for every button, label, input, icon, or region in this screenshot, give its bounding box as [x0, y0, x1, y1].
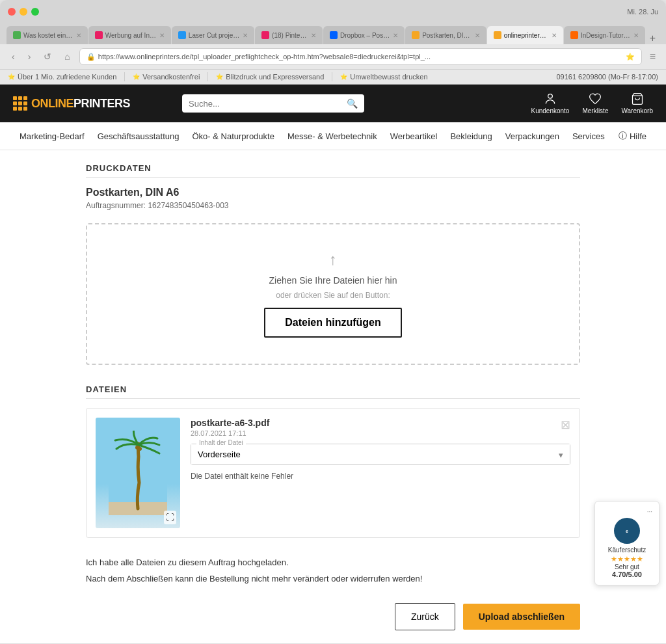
- file-content-select[interactable]: Vorderseite Rückseite: [191, 444, 570, 464]
- search-bar: 🔍: [182, 94, 364, 113]
- trust-badge-score: 4.70/5.00: [602, 570, 652, 578]
- palm-tree-image: [109, 431, 167, 515]
- tab-6[interactable]: Postkarten, DIN ... ✕: [405, 26, 486, 44]
- upload-or-text: oder drücken Sie auf den Button:: [100, 291, 566, 300]
- phone-display: 09161 6209800 (Mo-Fr 8-17:00): [556, 73, 658, 81]
- tab-close-1[interactable]: ✕: [76, 32, 81, 39]
- logo[interactable]: ONLINEPRINTERS: [13, 96, 130, 111]
- main-nav: Marketing-Bedarf Geschäftsausstattung Ök…: [0, 122, 666, 150]
- url-display: https://www.onlineprinters.de/tpl_upload…: [98, 53, 623, 60]
- upload-dropzone[interactable]: ↑ Ziehen Sie Ihre Dateien hier hin oder …: [86, 223, 580, 365]
- minimize-button[interactable]: [20, 8, 27, 16]
- tab-8[interactable]: InDesign-Tutoria... ✕: [564, 26, 645, 44]
- tab-close-7[interactable]: ✕: [552, 32, 557, 39]
- tab-close-3[interactable]: ✕: [243, 32, 248, 39]
- nav-item-geschaeft[interactable]: Geschäftsausstattung: [91, 124, 186, 149]
- action-buttons: Zurück Upload abschließen: [86, 603, 580, 630]
- maximize-button[interactable]: [31, 8, 39, 16]
- tab-close-8[interactable]: ✕: [633, 32, 639, 39]
- order-number: Auftragsnummer: 162748350450463-003: [86, 201, 580, 210]
- file-thumbnail: ⛶: [96, 418, 180, 528]
- browser-titlebar: Mi. 28. Ju: [0, 0, 666, 23]
- nav-item-werbe[interactable]: Werbeartikel: [384, 124, 444, 149]
- warning-text: Nach dem Abschließen kann die Bestellung…: [86, 574, 580, 584]
- tab-3[interactable]: Laser Cut project... ✕: [172, 26, 254, 44]
- back-button[interactable]: Zurück: [395, 603, 455, 630]
- svg-point-0: [548, 94, 553, 99]
- tab-bar: Was kostet eine ... ✕ Werbung auf Inst..…: [0, 23, 666, 44]
- tab-4[interactable]: (18) Pinterest ✕: [255, 26, 323, 44]
- druckdaten-section: DRUCKDATEN Postkarten, DIN A6 Auftragsnu…: [86, 163, 580, 210]
- help-circle-icon: ⓘ: [619, 130, 627, 142]
- logo-text: ONLINEPRINTERS: [31, 97, 130, 111]
- search-icon[interactable]: 🔍: [347, 98, 358, 109]
- trusted-shops-logo: e: [614, 518, 640, 544]
- tab-2[interactable]: Werbung auf Inst... ✕: [88, 26, 171, 44]
- traffic-lights: [8, 8, 39, 16]
- tab-5[interactable]: Dropbox – Postk... ✕: [323, 26, 405, 44]
- nav-item-services[interactable]: Services: [566, 124, 611, 149]
- logo-grid-icon: [13, 96, 27, 111]
- file-delete-button[interactable]: ⊠: [561, 418, 570, 432]
- files-section: DATEIEN: [86, 384, 580, 538]
- thumbnail-expand-icon[interactable]: ⛶: [164, 511, 176, 524]
- svg-point-5: [138, 447, 142, 451]
- nav-item-bekleidung[interactable]: Bekleidung: [444, 124, 498, 149]
- account-button[interactable]: Kundenkonto: [531, 92, 569, 114]
- tab-close-2[interactable]: ✕: [159, 32, 165, 39]
- tab-close-5[interactable]: ✕: [393, 32, 398, 39]
- trust-badge-menu[interactable]: ···: [602, 508, 652, 515]
- bookmark-bar: Über 1 Mio. zufriedene Kunden Versandkos…: [0, 70, 666, 85]
- tab-close-6[interactable]: ✕: [475, 32, 480, 39]
- nav-items: Marketing-Bedarf Geschäftsausstattung Ök…: [13, 124, 612, 149]
- nav-item-verpackungen[interactable]: Verpackungen: [499, 124, 566, 149]
- bookmark-4[interactable]: Umweltbewusst drucken: [340, 73, 427, 81]
- trust-badge-title: Käuferschutz: [602, 546, 652, 554]
- file-name: postkarte-a6-3.pdf: [191, 418, 269, 428]
- new-tab-button[interactable]: +: [646, 33, 659, 44]
- file-content-selector: Inhalt der Datei Vorderseite Rückseite ▾: [191, 444, 570, 465]
- trust-badge-stars: ★★★★★: [602, 555, 652, 563]
- trust-badge[interactable]: ··· e Käuferschutz ★★★★★ Sehr gut 4.70/5…: [594, 501, 659, 585]
- bookmark-3[interactable]: Blitzdruck und Expressversand: [216, 73, 324, 81]
- nav-item-messe[interactable]: Messe- & Werbetechnik: [281, 124, 384, 149]
- all-files-uploaded-text: Ich habe alle Dateien zu diesem Auftrag …: [86, 557, 580, 567]
- add-files-button[interactable]: Dateien hinzufügen: [264, 308, 402, 338]
- file-validation-status: Die Datei enthält keine Fehler: [191, 472, 570, 481]
- reload-button[interactable]: ↺: [40, 50, 55, 63]
- bookmark-separator-1: [124, 72, 125, 81]
- upload-drag-text: Ziehen Sie Ihre Dateien hier hin: [100, 275, 566, 286]
- bookmark-separator-2: [207, 72, 208, 81]
- tab-1[interactable]: Was kostet eine ... ✕: [7, 26, 88, 44]
- upload-finish-button[interactable]: Upload abschließen: [463, 604, 580, 630]
- wishlist-button[interactable]: Merkliste: [582, 92, 608, 114]
- help-link[interactable]: ⓘ Hilfe: [612, 122, 653, 150]
- trust-badge-rating: Sehr gut: [602, 563, 652, 570]
- file-item: ⛶ postkarte-a6-3.pdf 28.07.2021 17:11 ⊠: [86, 408, 580, 538]
- product-name: Postkarten, DIN A6: [86, 187, 580, 198]
- bookmark-2[interactable]: Versandkostenfrei: [133, 73, 200, 81]
- upload-arrow-icon: ↑: [100, 250, 566, 269]
- main-content: DRUCKDATEN Postkarten, DIN A6 Auftragsnu…: [66, 150, 600, 643]
- file-date: 28.07.2021 17:11: [191, 429, 269, 437]
- address-input[interactable]: 🔒 https://www.onlineprinters.de/tpl_uplo…: [79, 48, 642, 65]
- back-nav-button[interactable]: ‹: [8, 50, 19, 63]
- site-header: ONLINEPRINTERS 🔍 Kundenkonto Merkliste: [0, 85, 666, 122]
- cart-button[interactable]: Warenkorb: [621, 92, 653, 114]
- nav-item-marketing[interactable]: Marketing-Bedarf: [13, 124, 91, 149]
- file-details: postkarte-a6-3.pdf 28.07.2021 17:11 ⊠ In…: [191, 418, 570, 481]
- bookmark-separator-3: [332, 72, 332, 81]
- tab-7[interactable]: onlineprinters.de ✕: [487, 26, 563, 44]
- file-content-label: Inhalt der Datei: [196, 439, 246, 446]
- tab-close-4[interactable]: ✕: [311, 32, 316, 39]
- home-button[interactable]: ⌂: [60, 50, 73, 63]
- website-content: ONLINEPRINTERS 🔍 Kundenkonto Merkliste: [0, 85, 666, 644]
- search-input[interactable]: [189, 99, 343, 109]
- druckdaten-title: DRUCKDATEN: [86, 163, 580, 178]
- forward-nav-button[interactable]: ›: [24, 50, 35, 63]
- close-button[interactable]: [8, 8, 16, 16]
- nav-item-oeko[interactable]: Öko- & Naturprodukte: [185, 124, 280, 149]
- header-icons: Kundenkonto Merkliste Warenkorb: [531, 92, 653, 114]
- extensions-area: ≡: [647, 51, 658, 62]
- bookmark-1[interactable]: Über 1 Mio. zufriedene Kunden: [8, 73, 116, 81]
